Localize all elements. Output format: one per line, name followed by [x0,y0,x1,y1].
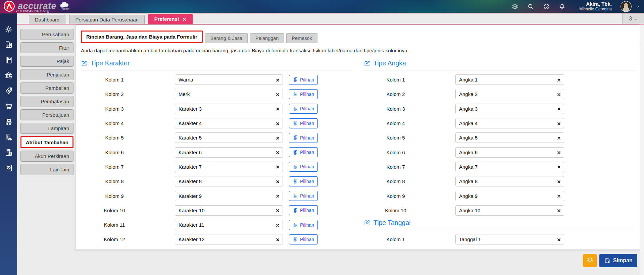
karakter-input[interactable]: Karakter 10 [175,205,283,216]
clear-icon[interactable] [557,121,561,125]
content-tab-barang-jasa[interactable]: Barang & Jasa [205,33,248,43]
clear-icon[interactable] [276,237,280,241]
clear-icon[interactable] [276,135,280,140]
pilihan-button[interactable]: Pilihan [289,205,318,215]
company-building-icon[interactable] [4,40,13,49]
content-tab-rincian-barang-jasa-dan-biaya-pada-formulir[interactable]: Rincian Barang, Jasa dan Biaya pada Form… [81,31,203,43]
clear-icon[interactable] [276,150,280,155]
help-icon[interactable]: ? [543,3,550,10]
pilihan-button[interactable]: Pilihan [289,118,318,128]
angka-input[interactable]: Angka 6 [455,147,564,158]
bank-icon[interactable] [4,71,13,80]
price-tag-rp-icon[interactable]: Rp [4,87,13,95]
notifications-icon[interactable] [559,3,566,10]
hint-button[interactable] [583,254,597,267]
angka-input[interactable]: Angka 4 [455,118,564,128]
angka-input[interactable]: Angka 5 [455,132,564,143]
karakter-input[interactable]: Karakter 12 [175,234,283,244]
menu-item-atribut-tambahan[interactable]: Atribut Tambahan [20,136,73,148]
angka-input[interactable]: Angka 3 [455,104,564,114]
clear-icon[interactable] [557,237,561,241]
avatar[interactable] [621,1,632,12]
clear-icon[interactable] [276,121,280,125]
tab-overflow-dropdown[interactable]: 3 [622,13,644,24]
clear-icon[interactable] [276,223,280,227]
clear-icon[interactable] [276,165,280,169]
scrollbar[interactable] [640,24,644,275]
clear-icon[interactable] [557,194,561,198]
tax-document-icon[interactable]: TAX [4,148,13,157]
clear-icon[interactable] [276,92,280,96]
menu-item-persetujuan[interactable]: Persetujuan [20,109,73,120]
save-button[interactable]: Simpan [599,254,637,267]
pilihan-button[interactable]: Pilihan [289,176,318,186]
report-document-icon[interactable] [4,164,13,172]
karakter-input[interactable]: Karakter 4 [175,118,283,128]
menu-item-perusahaan[interactable]: Perusahaan [20,29,73,40]
journal-book-icon[interactable] [4,56,13,64]
clear-icon[interactable] [557,208,561,213]
pilihan-button[interactable]: Pilihan [289,133,318,143]
menu-item-akun-perkiraan[interactable]: Akun Perkiraan [20,151,73,162]
karakter-input[interactable]: Karakter 11 [175,220,283,230]
clear-icon[interactable] [276,77,280,82]
pilihan-button[interactable]: Pilihan [289,162,318,172]
karakter-input[interactable]: Karakter 3 [175,104,283,114]
clear-icon[interactable] [557,165,561,169]
angka-input[interactable]: Angka 9 [455,191,564,201]
karakter-input[interactable]: Merk [175,89,283,99]
window-tab-preferensi[interactable]: Preferensi [148,14,193,24]
menu-item-lampiran[interactable]: Lampiran [20,123,73,134]
pilihan-button[interactable]: Pilihan [289,220,318,230]
tanggal-input[interactable]: Tanggal 1 [455,234,564,244]
karakter-input[interactable]: Karakter 9 [175,191,283,201]
delivery-trolley-icon[interactable] [4,117,13,126]
karakter-input[interactable]: Karakter 5 [175,132,283,143]
karakter-input[interactable]: Warna [175,74,283,85]
karakter-input[interactable]: Karakter 7 [175,162,283,172]
menu-item-penjualan[interactable]: Penjualan [20,69,73,80]
angka-input[interactable]: Angka 1 [455,74,564,85]
clear-icon[interactable] [276,194,280,198]
pilihan-button[interactable]: Pilihan [289,104,318,114]
menu-item-pembatasan[interactable]: Pembatasan [20,96,73,107]
user-menu[interactable]: Akira, Tbk. Michelle Georgina [579,1,612,11]
pilihan-button[interactable]: Pilihan [289,234,318,244]
pilihan-button[interactable]: Pilihan [289,89,318,99]
pilihan-button[interactable]: Pilihan [289,75,318,85]
gear-icon[interactable] [4,25,13,34]
clear-icon[interactable] [276,208,280,213]
angka-input[interactable]: Angka 10 [455,205,564,216]
menu-item-fitur[interactable]: Fitur [20,42,73,53]
pilihan-button[interactable]: Pilihan [289,147,318,157]
clear-icon[interactable] [557,150,561,155]
karakter-input[interactable]: Karakter 6 [175,147,283,158]
angka-input[interactable]: Angka 7 [455,162,564,172]
attribute-row: Kolom 3Angka 3 [364,102,636,116]
angka-input[interactable]: Angka 2 [455,89,564,99]
menu-item-pajak[interactable]: Pajak [20,56,73,67]
clear-icon[interactable] [557,77,561,82]
content-tab-pemasok[interactable]: Pemasok [286,33,317,43]
content-tab-pelanggan[interactable]: Pelanggan [250,33,284,43]
menu-item-pembelian[interactable]: Pembelian [20,82,73,94]
clear-icon[interactable] [276,179,280,183]
clear-icon[interactable] [557,107,561,111]
ai-assistant-icon[interactable]: AI [511,3,518,10]
clear-icon[interactable] [276,107,280,111]
window-tab-dashboard[interactable]: Dashboard [29,15,65,24]
pilihan-button[interactable]: Pilihan [289,191,318,201]
fixed-asset-icon[interactable] [4,133,13,142]
search-icon[interactable] [527,3,534,10]
close-tab-icon[interactable] [182,17,187,21]
menu-item-lain-lain[interactable]: Lain-lain [20,164,73,175]
clear-icon[interactable] [557,179,561,183]
input-value: Karakter 10 [179,208,205,213]
karakter-input[interactable]: Karakter 8 [175,176,283,186]
angka-input[interactable]: Angka 8 [455,176,564,186]
clear-icon[interactable] [557,135,561,140]
shopping-cart-icon[interactable] [4,102,13,111]
window-tab-persiapan-data-perusahaan[interactable]: Persiapan Data Perusahaan [69,15,144,24]
chevron-down-icon[interactable] [636,4,640,9]
clear-icon[interactable] [557,92,561,96]
